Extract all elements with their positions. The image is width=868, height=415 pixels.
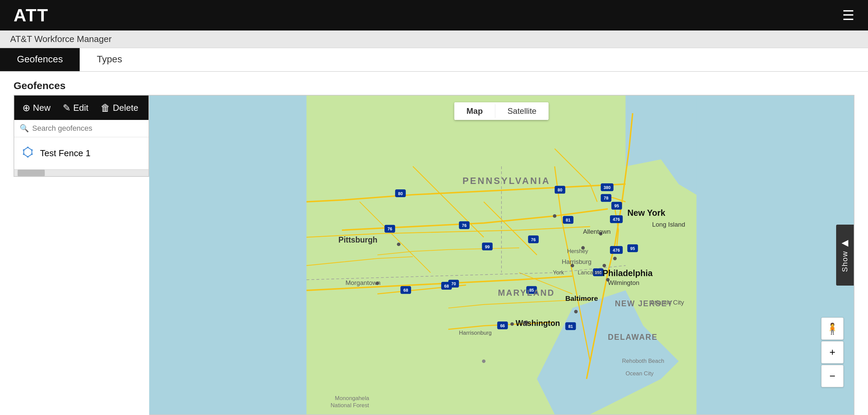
svg-text:81: 81 <box>566 218 571 223</box>
list-item[interactable]: Test Fence 1 <box>14 141 149 166</box>
svg-point-91 <box>524 322 526 324</box>
search-icon: 🔍 <box>20 124 29 133</box>
hamburger-icon[interactable]: ☰ <box>842 7 854 23</box>
svg-text:76: 76 <box>531 237 536 242</box>
svg-text:Washington: Washington <box>516 319 560 328</box>
svg-point-5 <box>23 153 25 155</box>
svg-text:99: 99 <box>485 245 490 249</box>
svg-text:78: 78 <box>604 196 608 201</box>
svg-text:Rehoboth Beach: Rehoboth Beach <box>622 358 664 364</box>
svg-text:National Forest: National Forest <box>331 402 369 409</box>
delete-icon: 🗑 <box>101 102 110 113</box>
left-panel: ⊕ New ✎ Edit 🗑 Delete 🔍 <box>14 95 149 177</box>
show-panel-arrow: ◀ <box>842 237 848 248</box>
svg-text:NEW JERSEY: NEW JERSEY <box>615 299 673 308</box>
search-bar: 🔍 <box>14 120 149 137</box>
map-svg: 95 95 195 80 80 380 76 76 78 <box>149 96 854 414</box>
svg-text:66: 66 <box>500 324 505 328</box>
show-panel-label: Show <box>841 251 849 272</box>
svg-text:Morgantown: Morgantown <box>346 279 381 286</box>
svg-text:Monongahela: Monongahela <box>335 395 370 401</box>
svg-text:Allentown: Allentown <box>583 228 611 235</box>
svg-text:76: 76 <box>388 227 392 231</box>
tab-geofences[interactable]: Geofences <box>0 48 80 71</box>
svg-text:95: 95 <box>630 246 635 251</box>
map-view-button[interactable]: Map <box>454 102 495 120</box>
show-panel-button[interactable]: ◀ Show <box>836 225 854 286</box>
svg-point-59 <box>603 264 606 267</box>
svg-point-3 <box>31 153 33 155</box>
svg-text:New York: New York <box>627 208 665 217</box>
svg-text:80: 80 <box>398 191 403 196</box>
edit-icon: ✎ <box>63 102 71 113</box>
pegman-icon: 🧍 <box>826 322 839 335</box>
svg-text:MARYLAND: MARYLAND <box>498 288 555 297</box>
content-area: ⊕ New ✎ Edit 🗑 Delete 🔍 <box>0 95 868 415</box>
svg-text:PENNSYLVANIA: PENNSYLVANIA <box>462 175 550 186</box>
svg-point-65 <box>510 322 514 326</box>
svg-text:Ocean City: Ocean City <box>626 370 654 377</box>
svg-text:Long Island: Long Island <box>652 221 685 228</box>
svg-text:68: 68 <box>403 288 408 293</box>
svg-marker-0 <box>24 147 32 157</box>
toolbar: ⊕ New ✎ Edit 🗑 Delete <box>14 96 149 120</box>
svg-text:Wilmington: Wilmington <box>608 279 639 286</box>
satellite-view-button[interactable]: Satellite <box>495 102 549 120</box>
geofence-list: Test Fence 1 <box>14 137 149 169</box>
bottom-scrollbar[interactable] <box>14 169 149 176</box>
search-input[interactable] <box>32 124 143 133</box>
svg-point-60 <box>613 257 616 260</box>
top-header: ATT ☰ <box>0 0 868 30</box>
svg-point-55 <box>553 214 556 217</box>
zoom-out-button[interactable]: − <box>821 365 844 387</box>
scroll-thumb <box>18 170 45 176</box>
svg-text:Lancaster: Lancaster <box>578 269 603 276</box>
new-icon: ⊕ <box>22 102 30 113</box>
map-toggle: Map Satellite <box>454 102 549 120</box>
map-controls: 🧍 + − <box>821 317 844 387</box>
svg-text:95: 95 <box>614 204 619 208</box>
svg-text:Harrisburg: Harrisburg <box>562 258 592 265</box>
svg-text:Baltimore: Baltimore <box>565 294 598 302</box>
svg-text:81: 81 <box>568 324 573 329</box>
svg-text:476: 476 <box>613 248 620 253</box>
svg-point-66 <box>482 359 485 363</box>
zoom-in-button[interactable]: + <box>821 341 844 364</box>
svg-text:Philadelphia: Philadelphia <box>603 268 653 278</box>
svg-text:76: 76 <box>462 223 467 228</box>
svg-text:DELAWARE: DELAWARE <box>608 333 658 341</box>
new-button[interactable]: ⊕ New <box>22 102 51 113</box>
svg-point-63 <box>574 310 577 313</box>
svg-point-2 <box>31 149 33 151</box>
svg-text:Hershey: Hershey <box>567 248 588 254</box>
svg-text:Pittsburgh: Pittsburgh <box>338 235 377 244</box>
pegman-button[interactable]: 🧍 <box>821 317 844 340</box>
svg-text:68: 68 <box>444 284 449 289</box>
tab-types[interactable]: Types <box>80 48 139 71</box>
main-content: Geofences ⊕ New ✎ Edit 🗑 Del <box>0 72 868 415</box>
delete-button[interactable]: 🗑 Delete <box>101 102 138 113</box>
svg-text:476: 476 <box>613 217 620 222</box>
fence-polygon-icon <box>22 147 33 160</box>
tab-bar: Geofences Types <box>0 48 868 72</box>
svg-text:70: 70 <box>451 282 456 286</box>
svg-text:Harrisonburg: Harrisonburg <box>459 330 492 336</box>
app-title: ATT <box>14 5 48 25</box>
svg-point-54 <box>397 243 400 246</box>
svg-text:York: York <box>553 269 564 276</box>
svg-text:80: 80 <box>558 188 563 192</box>
svg-text:380: 380 <box>604 185 611 190</box>
svg-point-6 <box>23 149 25 151</box>
map-area: 95 95 195 80 80 380 76 76 78 <box>149 95 854 415</box>
page-title: Geofences <box>0 72 868 95</box>
subtitle-bar: AT&T Workforce Manager <box>0 30 868 48</box>
edit-button[interactable]: ✎ Edit <box>63 102 88 113</box>
subtitle-text: AT&T Workforce Manager <box>10 34 112 44</box>
